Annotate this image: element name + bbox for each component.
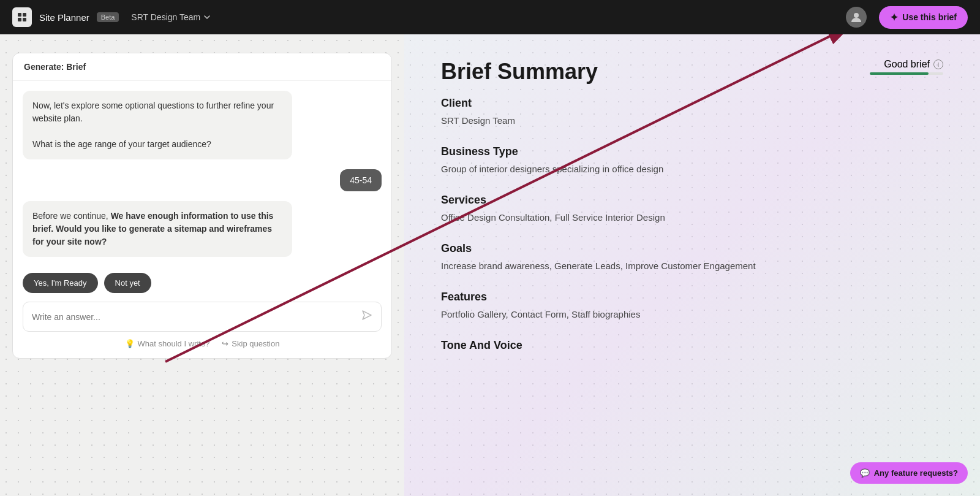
yes-ready-button[interactable]: Yes, I'm Ready: [23, 273, 98, 293]
good-brief-wrapper: Good brief i: [870, 59, 943, 75]
chat-container: Generate: Brief Now, let's explore some …: [12, 53, 392, 359]
chat-input[interactable]: [32, 312, 361, 322]
bot-message-1: Now, let's explore some optional questio…: [23, 91, 292, 159]
section-value-client: SRT Design Team: [441, 113, 943, 128]
info-icon[interactable]: i: [933, 59, 943, 69]
good-brief-progress-fill: [870, 72, 929, 75]
team-name: SRT Design Team: [131, 12, 200, 22]
app-title: Site Planner: [39, 12, 89, 23]
brief-section-goals: Goals Increase brand awareness, Generate…: [441, 242, 943, 273]
avatar-icon: [850, 11, 862, 23]
app-logo: [12, 7, 32, 27]
good-brief-progress-bar: [870, 72, 943, 75]
sparkle-icon: ✦: [890, 12, 898, 23]
chat-messages[interactable]: Now, let's explore some optional questio…: [13, 81, 391, 267]
left-panel: Generate: Brief Now, let's explore some …: [0, 34, 404, 496]
brief-section-business-type: Business Type Group of interior designer…: [441, 145, 943, 177]
chevron-down-icon: [203, 13, 211, 21]
chat-footer: 💡 What should I write? ↪ Skip question: [13, 339, 391, 358]
brief-section-client: Client SRT Design Team: [441, 97, 943, 128]
section-title-business-type: Business Type: [441, 145, 943, 158]
skip-question-button[interactable]: ↪ Skip question: [222, 339, 279, 348]
top-navigation: Site Planner Beta SRT Design Team ✦ Use …: [0, 0, 980, 34]
section-title-tone: Tone And Voice: [441, 339, 943, 352]
bot-message-2: Before we continue, We have enough infor…: [23, 201, 292, 257]
good-brief-label: Good brief: [884, 59, 930, 70]
user-avatar[interactable]: [846, 7, 867, 28]
brief-title: Brief Summary: [441, 59, 943, 85]
question-text: What is the age range of your target aud…: [32, 139, 211, 149]
chat-header: Generate: Brief: [13, 53, 391, 81]
use-brief-button[interactable]: ✦ Use this brief: [879, 6, 968, 29]
brief-section-services: Services Office Design Consultation, Ful…: [441, 194, 943, 225]
brief-section-features: Features Portfolio Gallery, Contact Form…: [441, 291, 943, 322]
section-value-business-type: Group of interior designers specializing…: [441, 162, 943, 177]
chat-actions: Yes, I'm Ready Not yet: [13, 267, 391, 302]
chat-bubble-icon: 💬: [860, 468, 870, 478]
section-value-services: Office Design Consultation, Full Service…: [441, 210, 943, 225]
beta-badge: Beta: [97, 12, 119, 22]
svg-rect-0: [18, 13, 21, 17]
section-value-goals: Increase brand awareness, Generate Leads…: [441, 259, 943, 273]
brief-section-tone: Tone And Voice: [441, 339, 943, 352]
svg-rect-2: [18, 18, 21, 21]
what-to-write-button[interactable]: 💡 What should I write?: [125, 339, 210, 348]
main-content: Generate: Brief Now, let's explore some …: [0, 34, 980, 496]
section-value-features: Portfolio Gallery, Contact Form, Staff b…: [441, 307, 943, 322]
user-message-1: 45-54: [340, 169, 382, 191]
svg-rect-3: [23, 18, 26, 21]
good-brief-row: Good brief i: [870, 59, 943, 70]
use-brief-label: Use this brief: [902, 12, 957, 22]
svg-point-4: [854, 13, 859, 18]
right-panel: Good brief i Brief Summary Client SRT De…: [404, 34, 980, 496]
svg-rect-1: [23, 13, 26, 17]
section-title-goals: Goals: [441, 242, 943, 255]
skip-icon: ↪: [222, 339, 228, 348]
chat-input-area[interactable]: [23, 302, 382, 332]
section-title-client: Client: [441, 97, 943, 110]
lightbulb-icon: 💡: [125, 339, 135, 348]
not-yet-button[interactable]: Not yet: [104, 273, 151, 293]
section-title-features: Features: [441, 291, 943, 303]
send-icon: [361, 310, 372, 321]
feature-requests-button[interactable]: 💬 Any feature requests?: [850, 462, 968, 484]
team-selector[interactable]: SRT Design Team: [131, 12, 211, 22]
section-title-services: Services: [441, 194, 943, 207]
send-button[interactable]: [361, 310, 372, 324]
